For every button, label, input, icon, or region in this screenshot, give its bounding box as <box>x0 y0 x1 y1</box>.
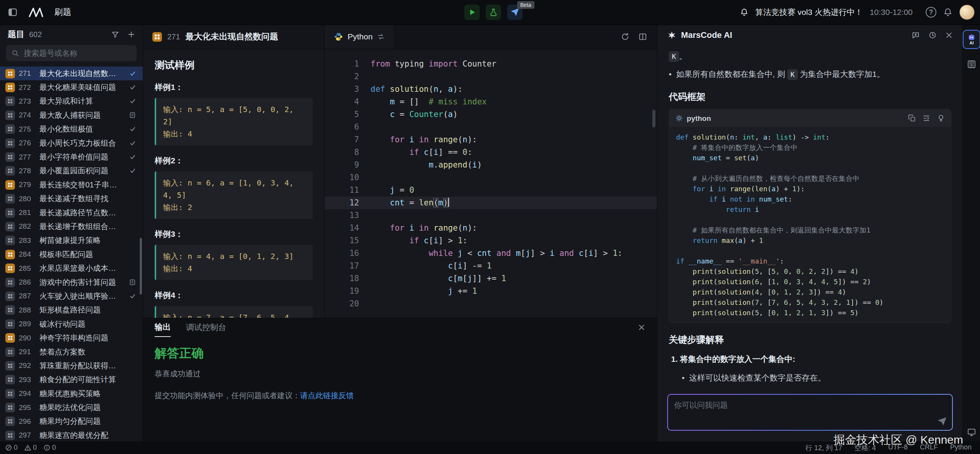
add-problem-button[interactable] <box>127 31 135 38</box>
encoding-setting[interactable]: UTF-8 <box>888 443 908 452</box>
editor-line[interactable]: 5 c = Counter(a) <box>325 108 657 121</box>
filter-button[interactable] <box>111 31 119 38</box>
code-token: 7, 6, 5, 4, 3, 2, 1 <box>771 298 850 306</box>
code-token: == <box>722 257 738 265</box>
problem-list-item[interactable]: 293粮食分配的可能性计算 <box>0 373 143 387</box>
avatar[interactable] <box>959 5 975 20</box>
difficulty-icon <box>152 32 162 42</box>
editor-line[interactable]: 9 m.append(i) <box>325 159 657 171</box>
problem-list-item[interactable]: 283树苗健康提升策略 <box>0 234 143 247</box>
reset-code-button[interactable] <box>621 33 629 41</box>
code-token: 1 <box>792 185 797 193</box>
problem-list-item[interactable]: 276最小周长巧克力板组合 <box>0 136 143 150</box>
insert-code-icon[interactable] <box>923 114 930 122</box>
close-ai-panel-button[interactable] <box>945 31 953 39</box>
code-editor[interactable]: 1from typing import Counter23def solutio… <box>325 49 657 310</box>
explain-bulb-icon[interactable] <box>937 114 945 122</box>
problem-list-item[interactable]: 296糖果均匀分配问题 <box>0 415 143 428</box>
feedback-link[interactable]: 请点此链接反馈 <box>300 391 354 400</box>
problem-list-item[interactable]: 274最大敌人捕获问题 <box>0 108 143 122</box>
problem-list-item[interactable]: 277最小字符单价值问题 <box>0 150 143 164</box>
code-token <box>676 288 693 296</box>
code-token: j <box>458 249 463 258</box>
editor-line[interactable]: 15 if c[i] > 1: <box>325 234 657 247</box>
problem-list-item[interactable]: 294糖果优惠购买策略 <box>0 387 143 400</box>
announcement-text[interactable]: 算法竞技赛 vol3 火热进行中！ <box>755 7 863 18</box>
new-chat-icon[interactable] <box>911 31 920 39</box>
notifications-button[interactable] <box>943 8 952 17</box>
problem-list-item[interactable]: 287火车驶入驶出顺序验证问题 <box>0 289 143 303</box>
problem-list-item[interactable]: 284模板串匹配问题 <box>0 247 143 261</box>
test-button[interactable] <box>486 5 501 20</box>
editor-scrollbar[interactable] <box>652 110 655 127</box>
problem-list-item[interactable]: 295糖果吃法优化问题 <box>0 400 143 414</box>
contest-icon[interactable] <box>964 60 980 69</box>
problem-list-item[interactable]: 291禁着点方案数 <box>0 345 143 359</box>
editor-line[interactable]: 8 if c[i] == 0: <box>325 146 657 159</box>
ai-input-box[interactable] <box>668 395 952 430</box>
sidebar-scrollbar[interactable] <box>140 238 142 295</box>
indentation-setting[interactable]: 空格: 4 <box>854 443 876 452</box>
problem-list-item[interactable]: 275最小化数组极值 <box>0 122 143 136</box>
warnings-indicator[interactable]: 0 <box>24 444 37 452</box>
editor-line[interactable]: 14 for i in range(n): <box>325 222 657 234</box>
tab-python[interactable]: Python <box>325 24 394 49</box>
editor-line[interactable]: 4 m = [] # miss index <box>325 96 657 108</box>
search-input[interactable] <box>23 49 131 58</box>
problem-list-item[interactable]: 279最长连续交替01子串问题 <box>0 178 143 192</box>
tab-debug-console[interactable]: 调试控制台 <box>186 318 226 337</box>
ai-chat-input[interactable] <box>668 395 952 430</box>
problem-list-item[interactable]: 278最小覆盖园面积问题 <box>0 164 143 178</box>
problem-list-item[interactable]: 286游戏中的伤害计算问题 <box>0 275 143 289</box>
ai-assistant-button[interactable]: AI <box>963 30 980 49</box>
editor-line[interactable]: 3def solution(n, a): <box>325 83 657 96</box>
problem-list-item[interactable]: 288矩形棋盘路径问题 <box>0 303 143 317</box>
problem-list-item[interactable]: 292算珠重新分配以获得最小值 <box>0 359 143 373</box>
editor-line[interactable]: 20 <box>325 298 657 310</box>
difficulty-icon <box>5 138 15 148</box>
editor-line[interactable]: 6 <box>325 121 657 133</box>
eol-setting[interactable]: CRLF <box>920 443 938 452</box>
infos-indicator[interactable]: 0 <box>44 444 56 452</box>
editor-line[interactable]: 17 c[i] -= 1 <box>325 260 657 272</box>
editor-line[interactable]: 16 while j < cnt and m[j] > i and c[i] >… <box>325 247 657 260</box>
search-box[interactable] <box>6 45 137 61</box>
editor-line[interactable]: 12 cnt = len(m) <box>325 197 657 209</box>
problem-list-item[interactable]: 273最大异或和计算 <box>0 94 143 108</box>
split-editor-button[interactable] <box>639 33 647 41</box>
problem-list-item[interactable]: 297糖果迷宫的最优分配 <box>0 428 143 441</box>
send-icon[interactable] <box>938 417 947 426</box>
editor-line[interactable]: 19 j += 1 <box>325 285 657 298</box>
sidebar-toggle-button[interactable] <box>8 7 18 17</box>
cursor-position[interactable]: 行 12, 列 17 <box>805 443 842 452</box>
run-button[interactable] <box>464 5 480 20</box>
problem-list-item[interactable]: 280最长递减子数组寻找 <box>0 192 143 206</box>
problem-list-item[interactable]: 272最大化糖果美味值问题 <box>0 80 143 94</box>
language-mode[interactable]: Python <box>950 443 972 452</box>
problem-list-item[interactable]: 271最大化未出现自然数问题 <box>0 67 143 80</box>
problem-list-item[interactable]: 281最长递减路径节点数查找 <box>0 206 143 220</box>
tab-output[interactable]: 输出 <box>155 318 171 337</box>
problem-list-item[interactable]: 285水果店果篮最小成本问题 <box>0 261 143 275</box>
code-token: cnt <box>390 198 405 207</box>
editor-line[interactable]: 11 j = 0 <box>325 184 657 197</box>
problem-list-item[interactable]: 289破冰行动问题 <box>0 317 143 331</box>
history-icon[interactable] <box>928 31 937 39</box>
editor-line[interactable]: 18 c[m[j]] += 1 <box>325 272 657 285</box>
close-output-button[interactable] <box>638 324 645 331</box>
help-button[interactable]: ? <box>926 7 936 18</box>
problem-list-item[interactable]: 282最长递增子数组组合问题 <box>0 220 143 233</box>
editor-line[interactable]: 2 <box>325 70 657 83</box>
language-switch-icon[interactable] <box>377 33 385 41</box>
editor-line[interactable]: 13 <box>325 209 657 222</box>
monitor-icon[interactable] <box>963 428 980 437</box>
code-token <box>453 249 458 258</box>
copy-code-icon[interactable] <box>908 114 916 122</box>
bullet-dot: • <box>669 68 671 80</box>
editor-line[interactable]: 7 for i in range(n): <box>325 133 657 146</box>
editor-line[interactable]: 10 <box>325 171 657 184</box>
editor-line[interactable]: 1from typing import Counter <box>325 58 657 70</box>
problem-list-item[interactable]: 290神奇字符串构造问题 <box>0 331 143 345</box>
errors-indicator[interactable]: 0 <box>5 444 18 452</box>
problem-sidebar: 题目 602 271最大化未出现自然数问题272最大化糖果美味值问题273最大异… <box>0 24 143 441</box>
